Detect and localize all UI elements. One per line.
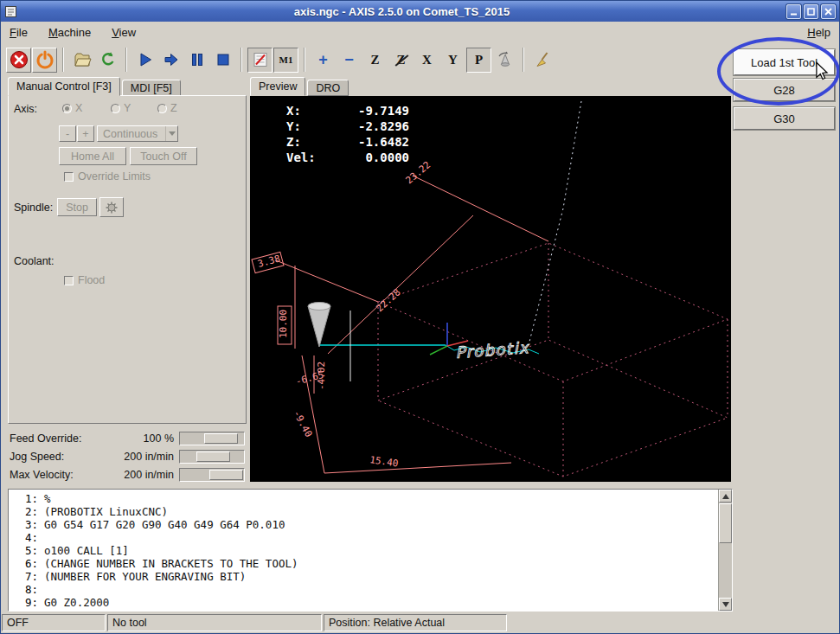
gcode-line[interactable]: 8: — [14, 583, 712, 596]
view-side-button[interactable]: X — [414, 48, 439, 73]
slider-thumb[interactable] — [209, 470, 242, 480]
clear-plot-button[interactable] — [529, 48, 555, 73]
coolant-label: Coolant: — [14, 255, 55, 267]
manual-control-panel: Manual Control [F3] MDI [F5] Axis: X Y Z… — [8, 77, 247, 425]
close-button[interactable] — [821, 4, 836, 19]
status-position: Position: Relative Actual — [324, 614, 507, 631]
pause-program-button[interactable] — [184, 48, 209, 73]
dim-label: -9.40 — [291, 408, 314, 439]
menu-view[interactable]: View — [110, 24, 138, 41]
rotate-view-button[interactable] — [492, 48, 517, 73]
jog-minus-button[interactable]: - — [59, 125, 76, 142]
dro-y-label: Y: — [286, 118, 330, 134]
gcode-line[interactable]: 1:% — [14, 492, 712, 505]
optional-stop-toggle[interactable]: M1 — [273, 48, 298, 73]
max-velocity-slider[interactable] — [179, 468, 245, 482]
view-rotated-top-icon: Z — [396, 54, 405, 67]
menu-file[interactable]: File — [8, 24, 29, 41]
maximize-button[interactable] — [804, 4, 818, 19]
gcode-line[interactable]: 4: — [14, 531, 712, 544]
pause-icon — [188, 50, 207, 69]
minimize-icon — [790, 8, 798, 16]
rapid-move-line — [529, 101, 581, 345]
zoom-in-button[interactable]: + — [311, 48, 336, 73]
spindle-aux-button[interactable] — [99, 197, 124, 217]
step-program-button[interactable] — [158, 48, 183, 73]
rotate-cone-icon — [496, 50, 515, 69]
view-rotated-top-button[interactable]: Z — [388, 48, 414, 73]
flood-checkbox[interactable]: Flood — [64, 274, 105, 286]
checkbox-icon — [64, 172, 74, 182]
load-first-tool-button[interactable]: Load 1st Tool — [734, 49, 835, 75]
zoom-out-button[interactable]: − — [337, 48, 362, 73]
view-side-icon: X — [422, 54, 432, 67]
power-icon — [35, 50, 55, 69]
estop-icon — [10, 50, 29, 69]
tab-manual-control[interactable]: Manual Control [F3] — [8, 77, 120, 96]
checkbox-icon — [64, 276, 74, 285]
menu-help[interactable]: Help — [805, 24, 832, 41]
skip-lines-toggle[interactable] — [247, 48, 273, 73]
dro-x-label: X: — [286, 103, 330, 118]
open-folder-icon — [73, 50, 92, 69]
run-program-button[interactable] — [132, 48, 157, 73]
jog-speed-value: 200 in/min — [124, 451, 174, 463]
open-file-button[interactable] — [69, 48, 94, 73]
spindle-icon — [105, 201, 119, 215]
zoom-out-icon: − — [344, 52, 354, 67]
gcode-scrollbar[interactable] — [718, 490, 732, 611]
gcode-line[interactable]: 6:(CHANGE NUMBER IN BRACKETS TO THE TOOL… — [14, 557, 712, 570]
toolbar-separator — [240, 48, 242, 72]
axis-radio-z[interactable]: Z — [157, 102, 177, 114]
titlebar[interactable]: axis.ngc - AXIS 2.5.0 on Comet_TS_2015 — [1, 1, 839, 22]
scroll-up-button[interactable] — [719, 490, 732, 503]
radio-icon — [111, 104, 120, 113]
g28-button[interactable]: G28 — [734, 79, 835, 101]
stop-program-button[interactable] — [210, 48, 235, 73]
stop-icon — [214, 50, 233, 69]
feed-override-slider[interactable] — [179, 432, 245, 445]
spindle-stop-button[interactable]: Stop — [57, 198, 97, 216]
gcode-line[interactable]: 9:G0 Z0.2000 — [14, 596, 712, 609]
dimension-labels: 3.38 10.00 -4.02 -6.65 -9.40 15.40 22.28… — [256, 159, 433, 470]
home-all-button[interactable]: Home All — [59, 147, 126, 165]
radio-icon — [157, 104, 167, 113]
slider-thumb[interactable] — [204, 433, 237, 444]
machine-power-button[interactable] — [32, 48, 57, 73]
dim-label: 22.28 — [374, 286, 402, 314]
tab-dro[interactable]: DRO — [307, 80, 349, 96]
minimize-button[interactable] — [786, 4, 801, 19]
touch-off-button[interactable]: Touch Off — [130, 147, 197, 165]
gcode-line[interactable]: 5:o100 CALL [1] — [14, 544, 712, 557]
g30-button[interactable]: G30 — [734, 107, 835, 130]
slider-thumb[interactable] — [196, 451, 229, 462]
toolbar-separator — [523, 48, 524, 72]
axis-radio-y[interactable]: Y — [111, 102, 131, 114]
tab-preview[interactable]: Preview — [250, 77, 305, 96]
gcode-listing: 1:% 2:(PROBOTIX LinuxCNC) 3:G0 G54 G17 G… — [8, 489, 733, 612]
reload-file-button[interactable] — [95, 48, 120, 73]
dim-label: 10.00 — [278, 310, 289, 338]
jog-speed-row: Jog Speed: 200 in/min — [8, 448, 247, 466]
optional-stop-icon: M1 — [279, 55, 293, 65]
scrollbar-thumb[interactable] — [719, 503, 732, 543]
view-perspective-button[interactable]: P — [466, 48, 491, 73]
dro-x-value: -9.7149 — [330, 103, 409, 118]
override-limits-checkbox[interactable]: Override Limits — [64, 170, 151, 183]
gcode-line[interactable]: 7:(NUMBER FOR YOUR ENGRAVING BIT) — [14, 570, 712, 583]
toolbar: M1 + − Z Z X Y P — [1, 42, 727, 77]
estop-button[interactable] — [6, 48, 31, 73]
preview-canvas[interactable]: X:-9.7149 Y:-2.8296 Z:-1.6482 Vel:0.0000 — [250, 96, 731, 482]
jog-speed-slider[interactable] — [179, 450, 245, 464]
menu-machine[interactable]: Machine — [47, 24, 93, 41]
axis-radio-x[interactable]: X — [62, 102, 82, 114]
jog-mode-select[interactable]: Continuous — [97, 125, 178, 142]
jog-plus-button[interactable]: + — [77, 125, 94, 142]
scroll-down-button[interactable] — [719, 598, 732, 611]
view-top-button[interactable]: Z — [362, 48, 388, 73]
preview-tabbar: Preview DRO — [250, 77, 350, 96]
tab-mdi[interactable]: MDI [F5] — [122, 80, 181, 96]
gcode-line[interactable]: 2:(PROBOTIX LinuxCNC) — [14, 505, 712, 518]
view-front-button[interactable]: Y — [440, 48, 465, 73]
gcode-line[interactable]: 3:G0 G54 G17 G20 G90 G40 G49 G64 P0.010 — [14, 518, 712, 531]
